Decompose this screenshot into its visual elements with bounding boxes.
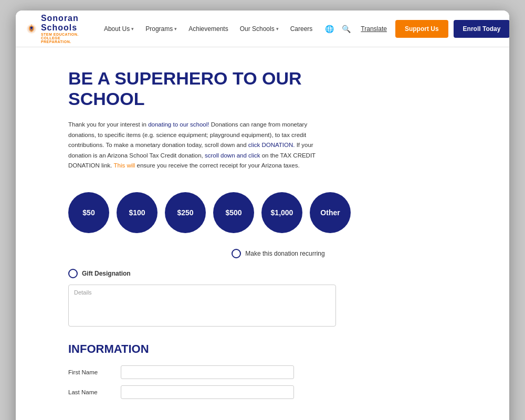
last-name-label: Last Name <box>68 389 110 395</box>
donation-btn-other[interactable]: Other <box>310 192 351 233</box>
svg-point-2 <box>30 26 33 29</box>
nav-icons: 🌐 🔍 <box>323 23 352 35</box>
donation-btn-250[interactable]: $250 <box>165 192 206 233</box>
chevron-down-icon: ▾ <box>131 26 134 32</box>
chevron-down-icon: ▾ <box>174 26 177 32</box>
recurring-radio[interactable] <box>232 249 241 258</box>
chevron-down-icon: ▾ <box>276 26 279 32</box>
nav-careers[interactable]: Careers <box>285 21 318 37</box>
donation-btn-50[interactable]: $50 <box>68 192 109 233</box>
site-tagline: STEM EDUCATION. COLLEGE PREPARATION. <box>41 33 88 44</box>
details-box[interactable]: Details <box>68 285 336 327</box>
donation-btn-500[interactable]: $500 <box>213 192 254 233</box>
first-name-input[interactable] <box>121 365 294 379</box>
recurring-row: Make this donation recurring <box>100 249 457 258</box>
gift-row: Gift Designation <box>68 269 457 278</box>
intro-text: Thank you for your interest in donating … <box>68 120 320 171</box>
support-us-button[interactable]: Support Us <box>395 20 448 38</box>
gift-designation-label: Gift Designation <box>82 270 131 277</box>
nav-programs[interactable]: Programs ▾ <box>140 21 182 37</box>
site-name: Sonoran Schools <box>41 14 88 32</box>
donation-amounts: $50 $100 $250 $500 $1,000 Other <box>68 192 457 233</box>
page-title: BE A SUPERHERO TO OUR SCHOOL <box>68 68 352 109</box>
search-icon[interactable]: 🔍 <box>340 23 352 35</box>
details-placeholder: Details <box>74 289 92 296</box>
globe-icon[interactable]: 🌐 <box>323 23 335 35</box>
donation-btn-100[interactable]: $100 <box>117 192 158 233</box>
nav-achievements[interactable]: Achievements <box>183 21 233 37</box>
browser-window: Sonoran Schools STEM EDUCATION. COLLEGE … <box>16 10 509 420</box>
logo-text: Sonoran Schools STEM EDUCATION. COLLEGE … <box>41 14 88 43</box>
nav-our-schools[interactable]: Our Schools ▾ <box>235 21 284 37</box>
logo-icon <box>26 19 37 39</box>
main-content: BE A SUPERHERO TO OUR SCHOOL Thank you f… <box>16 47 509 420</box>
last-name-row: Last Name <box>68 385 457 399</box>
nav-about[interactable]: About Us ▾ <box>99 21 139 37</box>
first-name-label: First Name <box>68 369 110 375</box>
enroll-today-button[interactable]: Enroll Today <box>454 20 509 38</box>
gift-radio[interactable] <box>68 269 78 278</box>
nav-links: About Us ▾ Programs ▾ Achievements Our S… <box>99 21 318 37</box>
navbar: Sonoran Schools STEM EDUCATION. COLLEGE … <box>16 10 509 47</box>
logo-area[interactable]: Sonoran Schools STEM EDUCATION. COLLEGE … <box>26 14 88 43</box>
last-name-input[interactable] <box>121 385 294 399</box>
donation-btn-1000[interactable]: $1,000 <box>261 192 302 233</box>
translate-button[interactable]: Translate <box>361 25 387 33</box>
information-title: INFORMATION <box>68 342 457 356</box>
recurring-label: Make this donation recurring <box>245 250 324 257</box>
first-name-row: First Name <box>68 365 457 379</box>
